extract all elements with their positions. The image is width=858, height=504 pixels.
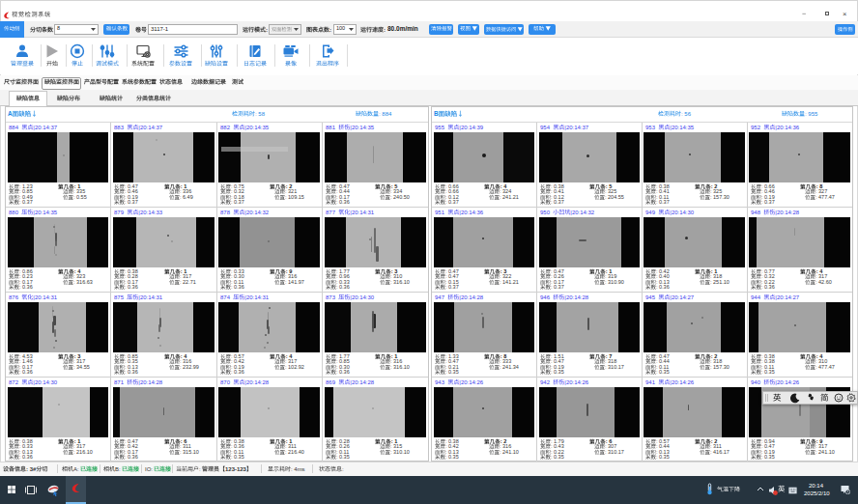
svg-text:953: 953 bbox=[645, 125, 656, 130]
svg-text:|20:14:28: |20:14:28 bbox=[564, 294, 589, 300]
svg-text:: 0.37: : 0.37 bbox=[231, 200, 244, 206]
svg-text:: 0.35: : 0.35 bbox=[551, 455, 564, 461]
svg-text:879: 879 bbox=[114, 210, 125, 215]
svg-text:|20:14:26: |20:14:26 bbox=[564, 379, 589, 385]
svg-text:955: 955 bbox=[435, 125, 445, 130]
svg-text::: : bbox=[266, 26, 268, 32]
svg-text:: 310.17: : 310.17 bbox=[605, 364, 624, 370]
svg-text:: 241.21: : 241.21 bbox=[500, 194, 519, 200]
svg-text:2025/2/10: 2025/2/10 bbox=[804, 490, 830, 495]
svg-text:3117-1: 3117-1 bbox=[151, 26, 169, 32]
svg-text:|20:14:30: |20:14:30 bbox=[350, 294, 375, 300]
svg-text:: 0.36: : 0.36 bbox=[336, 200, 350, 206]
svg-text:: 0.36: : 0.36 bbox=[231, 370, 244, 376]
svg-text:942: 942 bbox=[540, 379, 551, 385]
svg-text:952: 952 bbox=[751, 125, 761, 130]
svg-text:: 241.34: : 241.34 bbox=[500, 364, 519, 370]
svg-text:|20:14:28: |20:14:28 bbox=[139, 379, 164, 385]
svg-text:80.0m/min: 80.0m/min bbox=[387, 25, 418, 32]
svg-text:945: 945 bbox=[645, 294, 656, 300]
svg-text:: 0.35: : 0.35 bbox=[551, 370, 564, 376]
svg-text:944: 944 bbox=[751, 294, 761, 300]
svg-text:943: 943 bbox=[435, 379, 445, 385]
svg-text:: 955: : 955 bbox=[805, 111, 818, 117]
svg-text:: 0.35: : 0.35 bbox=[336, 455, 350, 461]
svg-text:: 6.49: : 6.49 bbox=[180, 194, 193, 200]
svg-text:: 310.90: : 310.90 bbox=[605, 279, 624, 285]
svg-text:|20:14:26: |20:14:26 bbox=[459, 379, 484, 385]
svg-text:: 204.55: : 204.55 bbox=[605, 194, 624, 200]
svg-text:|20:14:30: |20:14:30 bbox=[670, 210, 695, 215]
svg-text:|20:14:37: |20:14:37 bbox=[564, 125, 589, 130]
svg-text:: 0.36: : 0.36 bbox=[19, 455, 33, 461]
svg-text:: 42.60: : 42.60 bbox=[815, 279, 832, 285]
svg-text:|20:14:37: |20:14:37 bbox=[139, 125, 164, 130]
svg-text:951: 951 bbox=[435, 210, 445, 215]
svg-text:: 316.10: : 316.10 bbox=[390, 279, 410, 285]
svg-text:874: 874 bbox=[220, 294, 231, 300]
svg-text:: 310.10: : 310.10 bbox=[390, 449, 410, 455]
svg-text:: 0.37: : 0.37 bbox=[761, 200, 775, 206]
svg-text:869: 869 bbox=[326, 379, 336, 385]
svg-text:: 477.47: : 477.47 bbox=[815, 364, 835, 370]
svg-text:: 0.37: : 0.37 bbox=[125, 200, 138, 206]
svg-text:|20:14:26: |20:14:26 bbox=[670, 379, 695, 385]
svg-text:|20:14:27: |20:14:27 bbox=[670, 294, 695, 300]
svg-text:948: 948 bbox=[751, 210, 761, 215]
svg-text:: 251.10: : 251.10 bbox=[710, 279, 729, 285]
svg-text:: 0.35: : 0.35 bbox=[445, 455, 459, 461]
svg-text:|20:14:28: |20:14:28 bbox=[350, 379, 375, 385]
svg-text:: 0.35: : 0.35 bbox=[761, 370, 775, 376]
svg-text:123-123: 123-123 bbox=[225, 465, 247, 471]
svg-text:|20:14:31: |20:14:31 bbox=[139, 294, 164, 300]
svg-text:: 0.36: : 0.36 bbox=[125, 285, 138, 291]
svg-text::: : bbox=[342, 465, 344, 471]
svg-text:: 0.37: : 0.37 bbox=[551, 285, 564, 291]
svg-text:: 315.10: : 315.10 bbox=[180, 449, 199, 455]
svg-text:: 316.10: : 316.10 bbox=[390, 364, 410, 370]
svg-text:|20:14:37: |20:14:37 bbox=[33, 125, 58, 130]
svg-text:: 0.36: : 0.36 bbox=[336, 370, 350, 376]
svg-text:883: 883 bbox=[114, 125, 125, 130]
svg-text:: 310.17: : 310.17 bbox=[605, 449, 624, 455]
svg-text:870: 870 bbox=[220, 379, 231, 385]
svg-text:: 3#: : 3# bbox=[26, 465, 37, 471]
svg-text:: 241.10: : 241.10 bbox=[500, 449, 519, 455]
svg-text:: 232.99: : 232.99 bbox=[180, 364, 199, 370]
svg-text::: : bbox=[384, 26, 386, 32]
svg-text:: 416.17: : 416.17 bbox=[710, 449, 729, 455]
svg-text:100: 100 bbox=[336, 26, 345, 32]
svg-text:876: 876 bbox=[9, 294, 19, 300]
svg-text:|20:14:33: |20:14:33 bbox=[139, 210, 164, 215]
svg-text:|20:14:36: |20:14:36 bbox=[775, 125, 800, 130]
svg-text:|20:14:27: |20:14:27 bbox=[775, 294, 800, 300]
svg-text:|20:14:31: |20:14:31 bbox=[33, 294, 58, 300]
svg-text:950: 950 bbox=[540, 210, 551, 215]
svg-text:: 0.37: : 0.37 bbox=[656, 200, 670, 206]
svg-text:: 22.71: : 22.71 bbox=[180, 279, 196, 285]
svg-text:: 0.36: : 0.36 bbox=[19, 285, 33, 291]
svg-text:|20:14:39: |20:14:39 bbox=[459, 125, 484, 130]
svg-text:: 0.36: : 0.36 bbox=[761, 285, 775, 291]
svg-text:: 0.36: : 0.36 bbox=[336, 285, 350, 291]
svg-text:: 141.21: : 141.21 bbox=[500, 279, 519, 285]
svg-text:949: 949 bbox=[645, 210, 656, 215]
svg-text:: 141.97: : 141.97 bbox=[285, 279, 304, 285]
svg-text:|20:14:35: |20:14:35 bbox=[670, 125, 695, 130]
svg-text:|20:14:35: |20:14:35 bbox=[33, 210, 58, 215]
svg-text:|20:14:31: |20:14:31 bbox=[350, 210, 375, 215]
svg-text:: 157.30: : 157.30 bbox=[710, 194, 729, 200]
svg-text:: 0.36: : 0.36 bbox=[231, 285, 244, 291]
svg-text:IO:: IO: bbox=[145, 465, 153, 471]
svg-text:: 240.50: : 240.50 bbox=[390, 194, 410, 200]
svg-text:: 4ms: : 4ms bbox=[291, 465, 305, 471]
svg-text:940: 940 bbox=[751, 379, 761, 385]
svg-text:: 216.40: : 216.40 bbox=[285, 449, 304, 455]
svg-text:|20:14:28: |20:14:28 bbox=[775, 210, 800, 215]
svg-text:: 0.55: : 0.55 bbox=[73, 194, 87, 200]
svg-text:954: 954 bbox=[540, 125, 551, 130]
svg-text:A: A bbox=[8, 110, 13, 117]
svg-text:: 241.10: : 241.10 bbox=[815, 449, 835, 455]
svg-text:946: 946 bbox=[540, 294, 551, 300]
svg-text:: 316.63: : 316.63 bbox=[73, 279, 93, 285]
